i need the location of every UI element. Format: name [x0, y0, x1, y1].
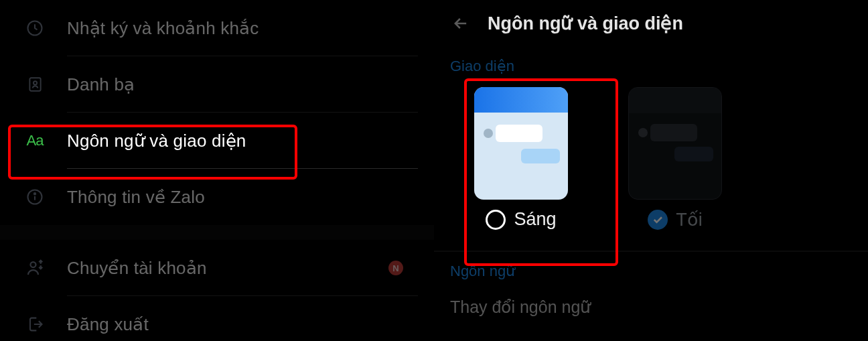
theme-option-light[interactable]: Sáng [474, 87, 568, 230]
change-language-row[interactable]: Thay đổi ngôn ngữ [434, 285, 868, 317]
menu-item-language-ui[interactable]: Aa Ngôn ngữ và giao diện [0, 113, 434, 169]
section-theme-label: Giao diện [434, 47, 868, 80]
theme-radio-light[interactable]: Sáng [486, 209, 556, 230]
section-gap [0, 225, 434, 240]
theme-option-dark[interactable]: Tối [628, 87, 722, 230]
svg-point-6 [31, 262, 36, 267]
menu-item-switch-account[interactable]: Chuyển tài khoản N [0, 240, 434, 296]
menu-list: Nhật ký và khoảnh khắc Danh bạ Aa Ngôn n… [0, 0, 434, 341]
back-icon[interactable] [450, 13, 472, 34]
menu-label: Nhật ký và khoảnh khắc [67, 18, 259, 39]
address-book-icon [24, 74, 46, 95]
menu-item-diary[interactable]: Nhật ký và khoảnh khắc [0, 0, 434, 56]
theme-light-label: Sáng [514, 209, 556, 230]
theme-preview-dark [628, 87, 722, 200]
menu-item-contacts[interactable]: Danh bạ [0, 56, 434, 113]
menu-label: Danh bạ [67, 74, 135, 95]
theme-preview-light [474, 87, 568, 200]
menu-label: Đăng xuất [67, 314, 149, 335]
panel-header: Ngôn ngữ và giao diện [434, 0, 868, 47]
new-badge: N [388, 261, 403, 275]
switch-user-icon [24, 257, 46, 279]
language-ui-panel: Ngôn ngữ và giao diện Giao diện Sáng [434, 0, 868, 341]
menu-item-logout[interactable]: Đăng xuất [0, 296, 434, 341]
section-lang-label: Ngôn ngữ [434, 252, 868, 285]
clock-icon [24, 17, 46, 39]
page-title: Ngôn ngữ và giao diện [488, 13, 683, 34]
divider [67, 168, 418, 169]
theme-radio-dark[interactable]: Tối [648, 209, 703, 230]
svg-point-2 [33, 81, 37, 84]
info-icon [24, 186, 46, 208]
logout-icon [24, 314, 46, 335]
menu-item-about[interactable]: Thông tin về Zalo [0, 169, 434, 225]
theme-dark-label: Tối [676, 209, 703, 230]
typography-icon: Aa [24, 130, 46, 151]
change-language-label: Thay đổi ngôn ngữ [450, 297, 591, 317]
menu-label: Chuyển tài khoản [67, 258, 207, 279]
menu-label: Thông tin về Zalo [67, 187, 205, 208]
svg-point-5 [34, 193, 35, 194]
theme-options-row: Sáng Tối [434, 80, 868, 251]
radio-checked-icon [648, 210, 668, 230]
menu-label: Ngôn ngữ và giao diện [67, 131, 246, 151]
settings-menu-panel: Nhật ký và khoảnh khắc Danh bạ Aa Ngôn n… [0, 0, 434, 341]
radio-unchecked-icon [486, 210, 506, 230]
